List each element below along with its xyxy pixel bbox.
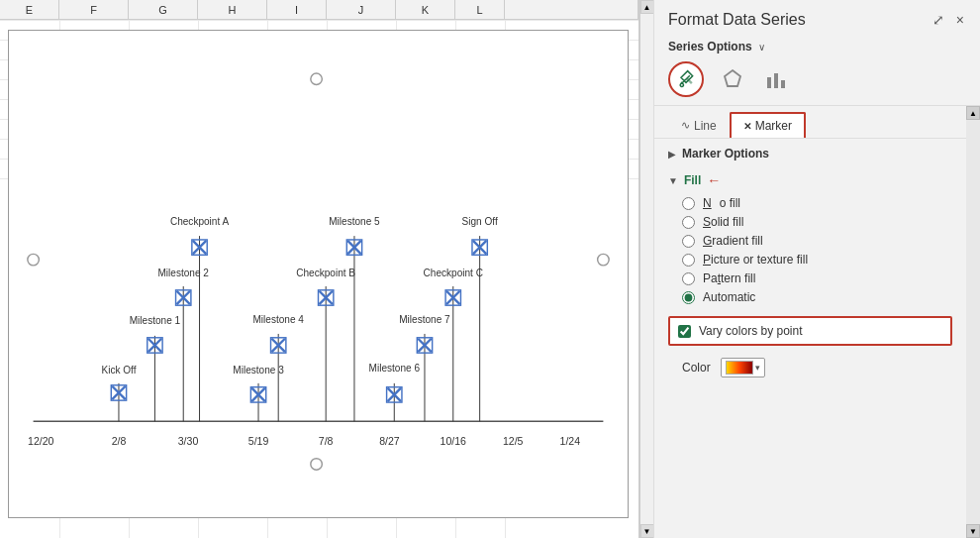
svg-text:Milestone 3: Milestone 3 <box>233 365 284 376</box>
svg-rect-78 <box>781 80 785 88</box>
svg-text:Milestone 4: Milestone 4 <box>252 314 304 325</box>
svg-text:1/24: 1/24 <box>560 435 581 447</box>
bar-chart-icon-btn[interactable] <box>761 64 791 94</box>
series-options-chevron[interactable]: ∨ <box>758 42 765 53</box>
col-header-e: E <box>0 0 59 19</box>
svg-point-4 <box>311 459 323 471</box>
svg-text:3/30: 3/30 <box>178 435 199 447</box>
tab-line[interactable]: ∿ Line <box>668 113 730 138</box>
fill-label: Fill <box>684 173 701 187</box>
chart-container[interactable]: 12/20 2/8 3/30 5/19 7/8 8/27 10/16 12/5 … <box>8 30 629 518</box>
tab-marker-label: Marker <box>755 119 792 133</box>
marker-options-section[interactable]: ▶ Marker Options <box>654 139 966 164</box>
svg-text:Checkpoint C: Checkpoint C <box>424 268 483 278</box>
spreadsheet-area: E F G H I J K L <box>0 0 639 538</box>
svg-marker-75 <box>725 70 740 86</box>
fill-arrow: ← <box>707 172 721 188</box>
svg-text:12/5: 12/5 <box>503 435 524 447</box>
color-picker-btn[interactable]: ▾ <box>721 358 765 377</box>
svg-rect-77 <box>774 73 778 88</box>
panel-header-icons: ⤢ × <box>931 10 966 30</box>
panel-scroll-down[interactable]: ▼ <box>966 524 980 538</box>
scroll-up-arrow[interactable]: ▲ <box>640 0 654 14</box>
tab-marker[interactable]: ✕ Marker <box>730 112 806 138</box>
panel-expand-btn[interactable]: ⤢ <box>931 10 946 30</box>
tab-line-label: Line <box>694 119 717 133</box>
fill-option-pattern-label: Pattern fill <box>703 271 755 285</box>
svg-text:5/19: 5/19 <box>248 435 269 447</box>
svg-text:2/8: 2/8 <box>112 435 127 447</box>
fill-option-no-fill[interactable]: No fill <box>682 196 952 210</box>
color-swatch <box>726 361 753 375</box>
col-header-k: K <box>396 0 455 19</box>
tab-row: ∿ Line ✕ Marker <box>654 106 966 139</box>
svg-text:12/20: 12/20 <box>28 435 54 447</box>
vary-colors-checkbox[interactable] <box>678 325 691 338</box>
fill-option-pattern[interactable]: Pattern fill <box>682 271 952 285</box>
svg-point-3 <box>311 73 323 85</box>
svg-text:Milestone 6: Milestone 6 <box>369 363 421 374</box>
color-row: Color ▾ <box>654 352 966 383</box>
grid-area: 12/20 2/8 3/30 5/19 7/8 8/27 10/16 12/5 … <box>0 20 638 538</box>
svg-text:Checkpoint B: Checkpoint B <box>296 268 355 278</box>
svg-text:Kick Off: Kick Off <box>101 365 136 376</box>
line-icon: ∿ <box>681 119 690 132</box>
col-header-f: F <box>59 0 129 19</box>
panel-scroll-up[interactable]: ▲ <box>966 106 980 120</box>
svg-text:Checkpoint A: Checkpoint A <box>170 216 230 227</box>
col-header-h: H <box>198 0 267 19</box>
svg-text:7/8: 7/8 <box>319 435 334 447</box>
panel-header: Format Data Series ⤢ × <box>654 0 980 36</box>
svg-text:Sign Off: Sign Off <box>462 216 498 227</box>
series-options-label: Series Options <box>668 40 752 54</box>
fill-option-gradient-label: Gradient fill <box>703 234 763 248</box>
svg-point-2 <box>598 254 610 266</box>
col-header-l: L <box>455 0 505 19</box>
fill-options: No fill Solid fill Gradient fill Picture… <box>654 192 966 308</box>
marker-options-chevron: ▶ <box>668 149 676 160</box>
marker-icon: ✕ <box>743 121 751 132</box>
fill-option-automatic[interactable]: Automatic <box>682 290 952 304</box>
fill-option-picture-label: Picture or texture fill <box>703 253 808 267</box>
fill-section-header[interactable]: ▼ Fill ← <box>654 164 966 192</box>
fill-option-gradient[interactable]: Gradient fill <box>682 234 952 248</box>
color-dropdown-arrow: ▾ <box>755 363 760 373</box>
timeline-chart: 12/20 2/8 3/30 5/19 7/8 8/27 10/16 12/5 … <box>24 41 613 507</box>
fill-option-automatic-label: Automatic <box>703 290 755 304</box>
fill-option-no-fill-label: N <box>703 196 712 210</box>
fill-icon-btn[interactable] <box>668 61 704 97</box>
vary-colors-label: Vary colors by point <box>699 324 803 338</box>
panel-title: Format Data Series <box>668 11 806 29</box>
color-label: Color <box>682 361 711 375</box>
format-data-series-panel: Format Data Series ⤢ × Series Options ∨ <box>653 0 980 538</box>
col-header-j: J <box>327 0 396 19</box>
fill-option-solid-label: Solid fill <box>703 215 743 229</box>
col-header-g: G <box>129 0 198 19</box>
svg-text:Milestone 7: Milestone 7 <box>399 314 450 325</box>
column-headers: E F G H I J K L <box>0 0 638 20</box>
svg-point-1 <box>28 254 40 266</box>
panel-vscrollbar[interactable]: ▲ ▼ <box>966 106 980 538</box>
svg-text:Milestone 2: Milestone 2 <box>157 268 209 278</box>
series-options-row: Series Options ∨ <box>654 36 980 59</box>
scroll-down-arrow[interactable]: ▼ <box>640 524 654 538</box>
svg-text:Milestone 5: Milestone 5 <box>329 216 380 227</box>
fill-option-solid[interactable]: Solid fill <box>682 215 952 229</box>
svg-text:8/27: 8/27 <box>379 435 400 447</box>
vary-colors-row[interactable]: Vary colors by point <box>668 316 952 346</box>
fill-chevron: ▼ <box>668 175 678 186</box>
fill-option-picture[interactable]: Picture or texture fill <box>682 253 952 267</box>
col-header-i: I <box>267 0 327 19</box>
svg-rect-76 <box>767 77 771 88</box>
marker-options-label: Marker Options <box>682 147 769 161</box>
icon-row <box>654 59 980 105</box>
shape-icon-btn[interactable] <box>718 64 747 94</box>
spreadsheet-vscrollbar[interactable]: ▲ ▼ <box>639 0 653 538</box>
svg-text:Milestone 1: Milestone 1 <box>130 315 181 326</box>
svg-text:10/16: 10/16 <box>441 435 467 447</box>
panel-close-btn[interactable]: × <box>954 10 966 30</box>
